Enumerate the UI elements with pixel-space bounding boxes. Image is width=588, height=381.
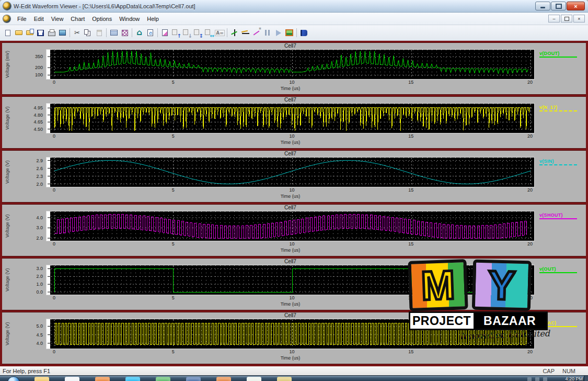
taskbar-icon-word[interactable] — [186, 377, 201, 381]
waveform-panel: Cell7 Voltage (mV) 350200100 05101520 Ti… — [2, 43, 586, 94]
edit-trace-button[interactable] — [159, 27, 170, 38]
run-simulation-button[interactable] — [273, 27, 284, 38]
x-tick: 5 — [172, 80, 175, 85]
window-controls: × — [535, 2, 585, 10]
y-axis-label: Voltage (V) — [4, 262, 11, 298]
watermark-logo: M Y PROJECT BAZAAR Innovation Unlimited — [409, 260, 551, 341]
expand-rows-icon — [193, 29, 202, 37]
signal-legend[interactable]: v(N_17) — [539, 105, 584, 111]
vertical-cursor-button[interactable] — [229, 27, 240, 38]
menu-chart[interactable]: Chart — [67, 14, 88, 24]
y-tick: 5.0 — [11, 323, 43, 329]
y-tick: 4.0 — [11, 341, 43, 346]
horizontal-cursor-icon — [241, 29, 250, 37]
open-button[interactable] — [13, 27, 24, 38]
trace-list-icon — [109, 29, 118, 37]
plot-area[interactable] — [47, 104, 534, 133]
x-tick: 10 — [290, 80, 295, 85]
horizontal-cursor-button[interactable] — [240, 27, 251, 38]
print-button[interactable] — [46, 27, 57, 38]
help-topics-icon — [299, 29, 308, 37]
taskbar-icon-green-app[interactable] — [156, 377, 170, 381]
export-image-button[interactable] — [284, 27, 295, 38]
zoom-mode-button[interactable] — [145, 27, 156, 38]
status-bar: For Help, press F1 CAP NUM — [0, 366, 588, 376]
zoom-mode-icon — [146, 29, 155, 37]
paste-button[interactable] — [94, 27, 105, 38]
mdi-minimize-button[interactable]: – — [548, 15, 560, 23]
menu-view[interactable]: View — [48, 14, 67, 24]
y-axis-label: Voltage (V) — [4, 100, 11, 137]
y-axis-label: Voltage (V) — [4, 208, 11, 244]
x-tick: 15 — [408, 241, 413, 246]
taskbar-icon-orange-app[interactable] — [216, 377, 231, 381]
toolbar-separator — [132, 28, 132, 37]
trace-grid-button[interactable] — [119, 27, 130, 38]
plot-area[interactable] — [47, 211, 534, 241]
home-view-button[interactable] — [134, 27, 145, 38]
move-trace-up-button[interactable] — [170, 27, 181, 38]
pause-simulation-icon — [263, 29, 272, 37]
toolbar-separator — [296, 28, 297, 37]
y-tick: 1.0 — [11, 282, 43, 287]
save-button[interactable] — [35, 27, 46, 38]
close-button[interactable]: × — [567, 2, 585, 10]
slope-cursor-button[interactable] — [251, 27, 262, 38]
taskbar-icon-yellow-app[interactable] — [277, 377, 292, 381]
x-tick: 15 — [408, 187, 413, 193]
toolbar-separator — [157, 28, 158, 37]
move-trace-down-button[interactable] — [181, 27, 192, 38]
system-tray[interactable] — [527, 377, 547, 381]
taskbar-clock[interactable]: 4:20 PM — [565, 376, 583, 381]
cut-button[interactable] — [72, 27, 83, 38]
copy-window-button[interactable] — [57, 27, 68, 38]
expand-columns-button[interactable] — [203, 27, 214, 38]
help-topics-button[interactable] — [298, 27, 309, 38]
start-button[interactable] — [7, 376, 20, 381]
document-icon[interactable] — [3, 15, 10, 23]
restore-button[interactable] — [551, 2, 566, 10]
open-output-button[interactable] — [24, 27, 35, 38]
x-axis-label: Time (us) — [47, 355, 534, 361]
taskbar-icon-explorer[interactable] — [34, 377, 49, 381]
menu-options[interactable]: Options — [88, 14, 116, 24]
menu-help[interactable]: Help — [143, 14, 163, 24]
taskbar-icon-check-app[interactable] — [247, 377, 261, 381]
plot-area[interactable] — [47, 50, 534, 79]
new-button[interactable] — [2, 27, 13, 38]
x-tick: 15 — [408, 133, 413, 139]
edit-labels-icon — [215, 29, 224, 37]
minimize-button[interactable] — [535, 2, 550, 10]
y-tick: 0.0 — [11, 289, 43, 295]
pause-simulation-button[interactable] — [262, 27, 273, 38]
signal-legend[interactable]: v(SHOUT) — [539, 212, 584, 219]
mdi-restore-button[interactable] — [561, 15, 572, 23]
minimize-icon — [540, 7, 545, 8]
y-tick: 2.9 — [11, 158, 43, 163]
signal-legend[interactable]: v(DOUT) — [539, 51, 584, 58]
menu-file[interactable]: File — [14, 14, 30, 24]
trace-list-button[interactable] — [108, 27, 119, 38]
taskbar-icon-skype[interactable] — [125, 377, 140, 381]
mdi-close-button[interactable]: × — [573, 15, 585, 23]
expand-rows-button[interactable] — [192, 27, 203, 38]
paste-icon — [95, 29, 103, 37]
menu-edit[interactable]: Edit — [30, 14, 48, 24]
x-tick: 20 — [527, 80, 533, 85]
show-desktop-button[interactable] — [584, 376, 588, 381]
plot-area[interactable] — [47, 158, 534, 187]
signal-legend[interactable]: v(SIN) — [539, 159, 584, 165]
y-tick: 2.0 — [11, 182, 43, 187]
menu-window[interactable]: Window — [116, 14, 143, 24]
copy-icon — [84, 29, 93, 37]
edit-labels-button[interactable] — [214, 27, 225, 38]
y-tick: 4.0 — [11, 215, 43, 220]
taskbar-icon-notepad[interactable] — [65, 377, 79, 381]
copy-button[interactable] — [83, 27, 94, 38]
y-axis-label: Voltage (mV) — [4, 46, 11, 83]
toolbar — [0, 25, 588, 41]
y-tick: 350 — [11, 54, 43, 59]
x-tick: 20 — [527, 349, 533, 354]
taskbar-icon-firefox[interactable] — [95, 377, 110, 381]
slope-cursor-icon — [252, 29, 261, 37]
